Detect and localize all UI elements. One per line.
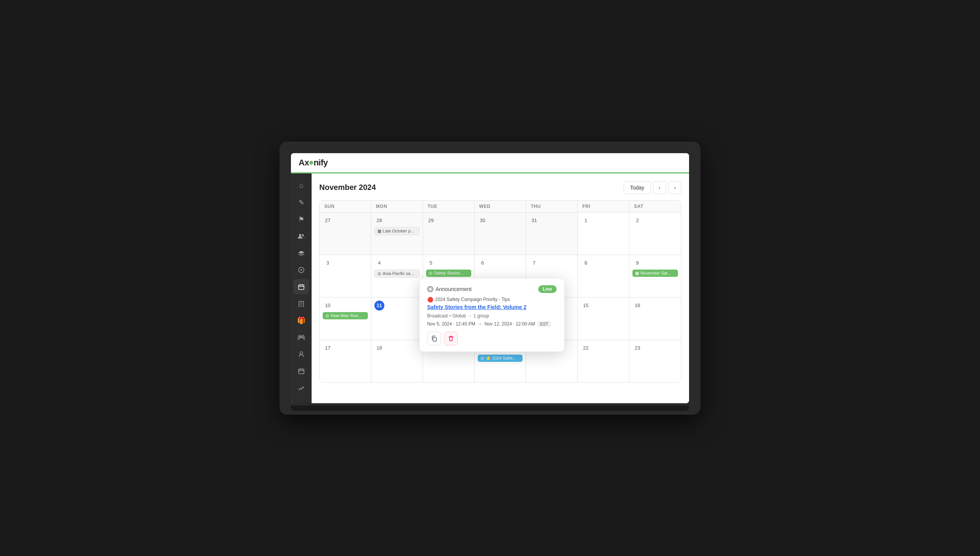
event-icon-table: ▦	[635, 271, 639, 276]
day-num: 7	[529, 258, 539, 268]
broadcast-arrow: •	[449, 313, 451, 319]
sidebar-item-edit[interactable]: ✎	[294, 195, 309, 210]
sidebar-item-schedule[interactable]	[294, 363, 309, 379]
day-num: 9	[632, 258, 642, 268]
laptop-chin	[291, 406, 689, 411]
day-num: 30	[478, 216, 488, 226]
event-safety-stories[interactable]: ◎ Safety Stories ...	[426, 270, 471, 277]
event-icon-table: ▦	[377, 229, 381, 234]
sidebar-item-layers[interactable]	[294, 245, 309, 261]
calendar-area: November 2024 Today ‹ › SUN MON TUE WED	[312, 173, 689, 403]
header-thu: THU	[526, 201, 578, 212]
event-popup: Announcement Live 🔴 2024 Safety Campaign…	[419, 278, 565, 352]
prev-month-button[interactable]: ‹	[653, 181, 666, 194]
sidebar: ⌂ ✎ ⚑ 🎁 🎮	[291, 173, 312, 403]
day-nov10: 10 ◎ How Was Your...	[320, 298, 371, 340]
date-end: Nov 12, 2024 · 12:00 AM	[485, 321, 535, 327]
broadcast-scope-to: 1 group	[474, 313, 489, 319]
day-num: 22	[581, 343, 591, 353]
event-late-october[interactable]: ▦ Late October p...	[374, 227, 420, 235]
day-num: 3	[323, 258, 333, 268]
header-fri: FRI	[578, 201, 629, 212]
day-nov3: 3	[320, 255, 371, 297]
svg-point-1	[302, 234, 304, 236]
sidebar-item-flag[interactable]: ⚑	[294, 212, 309, 227]
popup-card: Announcement Live 🔴 2024 Safety Campaign…	[419, 278, 565, 352]
calendar-title: November 2024	[319, 183, 376, 192]
day-num: 18	[374, 343, 384, 353]
sidebar-item-compass[interactable]	[294, 262, 309, 278]
svg-point-3	[301, 269, 302, 271]
event-label: Safety Stories ...	[434, 271, 465, 275]
day-num: 29	[426, 216, 436, 226]
sidebar-item-game[interactable]: 🎮	[294, 330, 309, 345]
day-nov22: 22	[578, 340, 629, 382]
sidebar-item-gift[interactable]: 🎁	[294, 313, 309, 328]
live-badge: Live	[538, 285, 557, 293]
sidebar-item-reports[interactable]	[294, 296, 309, 311]
copy-button[interactable]	[427, 332, 441, 345]
app-logo: Axnify	[299, 158, 328, 168]
day-num: 23	[632, 343, 642, 353]
event-label: How Was Your...	[331, 313, 361, 318]
sidebar-item-users[interactable]	[294, 229, 309, 244]
header-mon: MON	[371, 201, 423, 212]
day-num: 2	[632, 216, 642, 226]
day-oct30: 30	[475, 213, 526, 255]
next-month-button[interactable]: ›	[668, 181, 681, 194]
campaign-icon: 🔴	[427, 297, 433, 303]
sidebar-item-analytics[interactable]	[294, 380, 309, 396]
header-tue: TUE	[423, 201, 475, 212]
day-num: 28	[374, 216, 384, 226]
delete-button[interactable]	[444, 332, 458, 345]
calendar-header: November 2024 Today ‹ ›	[319, 181, 681, 194]
event-icon-circle: ◎	[480, 356, 484, 361]
day-nov5: 5 ◎ Safety Stories ...	[423, 255, 475, 297]
event-asia-pacific[interactable]: ◎ Asia-Pacific sa...	[374, 270, 420, 278]
sidebar-item-calendar[interactable]	[294, 279, 309, 294]
event-icon-circle: ◎	[429, 271, 433, 276]
header-sun: SUN	[320, 201, 371, 212]
day-nov8: 8	[578, 255, 629, 297]
svg-point-8	[429, 288, 432, 291]
event-label: ⭐ 2024 Safet...	[486, 356, 516, 361]
event-2024-safety[interactable]: ◎ ⭐ 2024 Safet...	[478, 355, 523, 362]
day-num: 4	[374, 258, 384, 268]
svg-rect-7	[299, 369, 304, 374]
svg-rect-4	[299, 285, 304, 289]
popup-header: Announcement Live	[427, 285, 557, 293]
scope-arrow: →	[467, 313, 472, 319]
day-num: 1	[581, 216, 591, 226]
popup-type: Announcement	[427, 286, 472, 292]
day-nov17: 17	[320, 340, 371, 382]
day-num: 27	[323, 216, 333, 226]
day-num: 8	[581, 258, 591, 268]
day-nov2: 2	[629, 213, 681, 255]
header-wed: WED	[475, 201, 526, 212]
sidebar-item-person[interactable]	[294, 347, 309, 362]
today-button[interactable]: Today	[624, 181, 651, 194]
day-num: 10	[323, 301, 333, 311]
day-num: 31	[529, 216, 539, 226]
popup-broadcast: Broadcast • Global → 1 group	[427, 313, 557, 319]
popup-actions	[427, 332, 557, 345]
event-how-was-your[interactable]: ◎ How Was Your...	[323, 312, 368, 319]
day-nov15: 15	[578, 298, 629, 340]
header-sat: SAT	[629, 201, 681, 212]
svg-point-6	[300, 352, 303, 354]
svg-point-0	[299, 234, 301, 236]
app-body: ⌂ ✎ ⚑ 🎁 🎮	[291, 173, 689, 403]
announcement-icon	[427, 286, 433, 292]
day-oct28: 28 ▦ Late October p...	[371, 213, 423, 255]
broadcast-label: Broadcast	[427, 313, 448, 319]
day-nov4: 4 ◎ Asia-Pacific sa...	[371, 255, 423, 297]
day-headers-row: SUN MON TUE WED THU FRI SAT	[320, 201, 681, 213]
event-november-saf[interactable]: ▦ November Saf...	[632, 270, 678, 277]
day-num: 6	[478, 258, 488, 268]
day-num: 5	[426, 258, 436, 268]
popup-type-label: Announcement	[436, 286, 472, 292]
popup-event-title-link[interactable]: Safety Stories from the Field: Volume 2	[427, 304, 557, 310]
svg-rect-9	[433, 337, 436, 341]
week-2: 3 4 ◎ Asia-Pacific sa... 5	[320, 255, 681, 298]
sidebar-item-home[interactable]: ⌂	[294, 178, 309, 193]
